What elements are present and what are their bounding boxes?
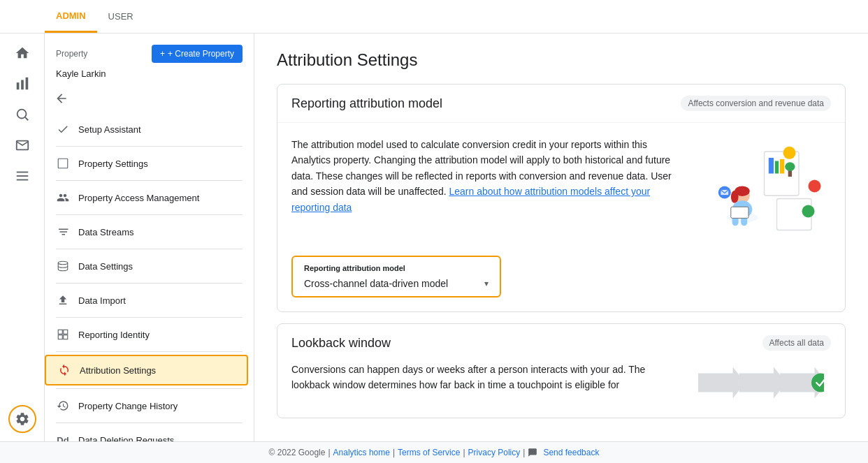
reporting-card-text: The attribution model used to calculate … bbox=[291, 137, 677, 242]
svg-rect-7 bbox=[16, 179, 28, 181]
main-content: Attribution Settings Reporting attributi… bbox=[254, 34, 868, 441]
create-property-button[interactable]: + + Create Property bbox=[152, 45, 243, 63]
sidebar-item-reporting-identity[interactable]: Reporting Identity bbox=[45, 321, 248, 348]
sidebar-item-label: Data Streams bbox=[78, 227, 133, 237]
sidebar-item-data-deletion[interactable]: Dd Data Deletion Requests bbox=[45, 426, 248, 441]
nav-configure-icon[interactable] bbox=[8, 162, 36, 190]
svg-rect-18 bbox=[780, 159, 784, 174]
sidebar-item-label: Property Access Management bbox=[78, 193, 199, 203]
svg-rect-2 bbox=[25, 78, 28, 89]
reporting-identity-icon bbox=[56, 328, 70, 341]
lookback-card-text: Conversions can happen days or weeks aft… bbox=[291, 362, 677, 404]
svg-rect-12 bbox=[58, 335, 62, 339]
property-label: Property bbox=[56, 49, 87, 59]
terms-of-service-link[interactable]: Terms of Service bbox=[398, 448, 460, 457]
svg-rect-8 bbox=[58, 159, 68, 168]
sidebar-item-label: Attribution Settings bbox=[80, 365, 156, 376]
svg-rect-5 bbox=[16, 172, 28, 173]
sidebar-item-data-import[interactable]: Data Import bbox=[45, 286, 248, 314]
sidebar-item-data-settings[interactable]: Data Settings bbox=[45, 252, 248, 280]
nav-explore-icon[interactable] bbox=[8, 101, 36, 128]
model-selector-dropdown[interactable]: Cross-channel data-driven model ▾ bbox=[304, 278, 489, 289]
svg-point-22 bbox=[809, 180, 821, 193]
lookback-illustration bbox=[691, 362, 831, 404]
model-selector-label: Reporting attribution model bbox=[304, 264, 489, 272]
svg-point-20 bbox=[785, 162, 795, 171]
sidebar-item-property-settings[interactable]: Property Settings bbox=[45, 149, 248, 177]
svg-point-27 bbox=[731, 191, 739, 203]
sidebar-item-label: Data Import bbox=[78, 295, 126, 306]
tab-user[interactable]: USER bbox=[97, 0, 145, 33]
data-streams-icon bbox=[56, 225, 70, 239]
data-import-icon bbox=[56, 293, 70, 307]
lookback-window-card: Lookback window Affects all data Convers… bbox=[277, 323, 846, 418]
svg-rect-0 bbox=[16, 82, 19, 89]
lookback-card-badge: Affects all data bbox=[762, 335, 832, 351]
page-title: Attribution Settings bbox=[277, 50, 846, 70]
svg-rect-17 bbox=[775, 161, 779, 174]
sidebar-item-label: Data Deletion Requests bbox=[78, 435, 174, 442]
sidebar-item-label: Data Settings bbox=[78, 261, 133, 272]
property-access-icon bbox=[56, 191, 70, 205]
reporting-attribution-card: Reporting attribution model Affects conv… bbox=[277, 84, 846, 312]
property-settings-icon bbox=[56, 156, 70, 170]
footer: © 2022 Google | Analytics home | Terms o… bbox=[0, 441, 868, 463]
model-selector-form: Reporting attribution model Cross-channe… bbox=[277, 256, 845, 311]
tab-admin[interactable]: ADMIN bbox=[45, 0, 97, 33]
svg-rect-13 bbox=[64, 335, 68, 339]
property-name: Kayle Larkin bbox=[45, 68, 254, 87]
nav-home-icon[interactable] bbox=[8, 39, 36, 67]
analytics-home-link[interactable]: Analytics home bbox=[333, 448, 390, 457]
svg-point-21 bbox=[783, 147, 796, 159]
send-feedback-link[interactable]: Send feedback bbox=[543, 448, 599, 457]
sidebar-item-label: Property Change History bbox=[78, 401, 178, 411]
data-settings-icon bbox=[56, 259, 70, 273]
sidebar-item-label: Setup Assistant bbox=[78, 124, 141, 135]
sidebar-item-setup-assistant[interactable]: Setup Assistant bbox=[45, 115, 248, 143]
svg-point-9 bbox=[58, 261, 68, 265]
plus-icon: + bbox=[160, 49, 165, 59]
back-button[interactable] bbox=[50, 87, 73, 110]
reporting-card-title: Reporting attribution model bbox=[291, 96, 442, 111]
feedback-icon bbox=[528, 448, 540, 457]
svg-marker-33 bbox=[698, 367, 746, 399]
svg-point-3 bbox=[17, 110, 26, 119]
svg-line-4 bbox=[25, 117, 28, 120]
nav-advertising-icon[interactable] bbox=[8, 131, 36, 159]
chevron-down-icon: ▾ bbox=[484, 279, 489, 288]
property-change-history-icon bbox=[56, 399, 70, 413]
privacy-policy-link[interactable]: Privacy Policy bbox=[468, 448, 521, 457]
svg-rect-10 bbox=[58, 330, 62, 334]
svg-point-23 bbox=[802, 205, 815, 218]
svg-rect-11 bbox=[64, 330, 68, 334]
sidebar-item-data-streams[interactable]: Data Streams bbox=[45, 218, 248, 246]
svg-marker-34 bbox=[739, 367, 787, 399]
svg-rect-16 bbox=[769, 158, 774, 174]
sidebar-item-property-change-history[interactable]: Property Change History bbox=[45, 392, 248, 420]
footer-copyright: © 2022 Google bbox=[269, 448, 326, 457]
settings-badge[interactable] bbox=[8, 405, 36, 433]
reporting-card-badge: Affects conversion and revenue data bbox=[681, 96, 831, 111]
icon-bar bbox=[0, 34, 45, 441]
model-selector-value: Cross-channel data-driven model bbox=[304, 278, 448, 289]
attribution-settings-icon bbox=[57, 363, 71, 377]
lookback-card-title: Lookback window bbox=[291, 336, 391, 351]
nav-reports-icon[interactable] bbox=[8, 70, 36, 98]
model-selector-group: Reporting attribution model Cross-channe… bbox=[291, 256, 501, 297]
svg-rect-31 bbox=[731, 207, 748, 218]
setup-assistant-icon bbox=[56, 122, 70, 136]
sidebar-item-label: Property Settings bbox=[78, 159, 148, 169]
sidebar-item-property-access[interactable]: Property Access Management bbox=[45, 184, 248, 212]
svg-rect-6 bbox=[16, 175, 28, 177]
svg-rect-1 bbox=[21, 80, 24, 90]
sidebar-item-label: Reporting Identity bbox=[78, 330, 150, 340]
sidebar-item-attribution-settings[interactable]: Attribution Settings bbox=[45, 355, 248, 385]
reporting-illustration bbox=[691, 137, 831, 242]
sidebar: Property + + Create Property Kayle Larki… bbox=[45, 34, 254, 441]
data-deletion-icon: Dd bbox=[56, 433, 70, 441]
